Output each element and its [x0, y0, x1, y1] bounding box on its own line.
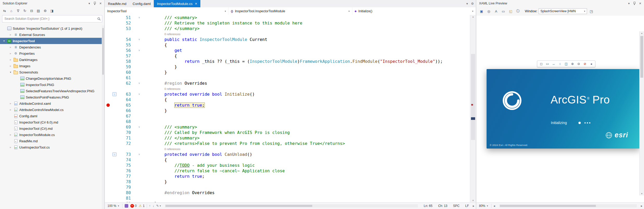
warnings-icon[interactable]: ⚠ — [139, 204, 142, 208]
fold-collapse-icon[interactable]: ∨ — [137, 48, 142, 53]
close-tab-icon[interactable]: ✕ — [195, 2, 197, 5]
code-line[interactable]: 72 /// <returns>False to prevent Pro fro… — [105, 141, 470, 146]
document-tab[interactable]: ReadMe.md — [105, 0, 130, 7]
expander-icon[interactable]: ▹ — [8, 102, 13, 105]
code-line[interactable]: 74 { — [105, 157, 470, 163]
preview-zoom-control[interactable]: 80% ▾ — [478, 204, 489, 208]
code-line[interactable]: 59 } — [105, 64, 470, 70]
code-line[interactable]: 53 /// </summary> — [105, 26, 470, 31]
tree-item[interactable]: ▹</>AttributeControl.xaml — [0, 100, 102, 107]
code-line[interactable]: 55 { — [105, 42, 470, 48]
codelens-row[interactable]: 0 references — [105, 146, 470, 152]
scrollbar-thumb[interactable] — [471, 54, 475, 140]
codelens-row[interactable]: 0 references — [105, 86, 470, 91]
code-line[interactable]: 64 { — [105, 97, 470, 102]
search-input[interactable] — [2, 17, 96, 21]
code-line[interactable]: 52 /// Retrieve the singleton instance t… — [105, 20, 470, 26]
encoding-indicator[interactable]: SPC — [453, 204, 460, 208]
tree-item[interactable]: SelectedFeaturesTreeViewAndInspector.PNG — [0, 88, 102, 94]
navigation-dropdown[interactable]: {}InspectorTool.InspectorToolModule▾ — [228, 7, 352, 15]
code-line[interactable]: 67 — [105, 113, 470, 119]
fold-collapse-icon[interactable]: ∨ — [137, 37, 142, 42]
eol-indicator[interactable]: LF — [465, 204, 469, 208]
code-line[interactable]: 60 } — [105, 70, 470, 75]
horizontal-scrollbar[interactable] — [165, 204, 418, 207]
panel-menu-icon[interactable]: ▾ — [88, 2, 90, 5]
expander-icon[interactable]: ▹ — [8, 52, 13, 55]
preview-vertical-scrollbar[interactable]: ▴ ▾ — [639, 31, 644, 195]
live-preview-toggle-icon[interactable]: ▣ — [479, 8, 484, 14]
tree-item[interactable]: ▹DarkImages — [0, 57, 102, 63]
tree-item[interactable]: ▹≣Dependencies — [0, 44, 102, 50]
expander-icon[interactable]: ▹ — [8, 146, 13, 149]
collapse-toolbar-icon[interactable]: ◂ — [588, 61, 594, 66]
switch-views-icon[interactable]: ⇆ — [2, 8, 8, 14]
zoom-control[interactable]: 100 % ▾ — [106, 204, 120, 208]
xaml-source-icon[interactable]: ◳ — [588, 8, 594, 14]
ruler-icon[interactable]: ▭ — [500, 8, 506, 14]
filter-icon[interactable]: ∇ — [15, 8, 21, 14]
breakpoint-gutter[interactable] — [105, 103, 111, 107]
window-selector[interactable]: SplashScreenView [HWN ▾ — [539, 8, 587, 14]
code-line[interactable]: 51∨ /// <summary> — [105, 15, 470, 20]
warning-count[interactable]: 1 — [143, 204, 145, 208]
code-line[interactable]: 65 return true; — [105, 102, 470, 108]
tree-item[interactable]: ≡InspectorTool (C#).md — [0, 125, 102, 132]
scroll-up-icon[interactable]: ▴ — [470, 15, 476, 18]
expander-icon[interactable]: ▹ — [8, 33, 13, 36]
document-tab[interactable]: InspectorToolModule.cs✕ — [154, 0, 200, 7]
fold-collapse-icon[interactable]: ∨ — [137, 91, 142, 97]
expander-icon[interactable]: ▹ — [8, 133, 13, 136]
errors-icon[interactable]: ✕ — [130, 204, 134, 208]
search-box[interactable] — [2, 15, 102, 22]
preview-selected-items-icon[interactable]: ◨ — [49, 8, 55, 14]
code-line[interactable]: 62∨ #region Overrides — [105, 81, 470, 86]
height-adorner-icon[interactable]: ↕ — [557, 61, 563, 66]
documents-dropdown-icon[interactable]: ▾ — [466, 2, 468, 5]
tree-item[interactable]: SelectionPointFeatures.PNG — [0, 94, 102, 100]
next-change-icon[interactable]: ↓ — [153, 204, 154, 208]
tree-item[interactable]: ▾C#InspectorTool — [0, 38, 102, 44]
code-line[interactable]: 75 //TODO - add your business logic — [105, 163, 470, 168]
tree-scrollbar[interactable] — [102, 25, 104, 209]
code-line[interactable]: 81 — [105, 195, 470, 201]
info-icon[interactable]: ⓘ — [515, 8, 521, 14]
zoom-in-icon[interactable]: ⊕ — [570, 61, 575, 66]
scroll-down-icon[interactable]: ▾ — [640, 192, 644, 195]
home-icon[interactable]: ⌂ — [8, 8, 14, 14]
code-line[interactable]: ↑73∨ protected override bool CanUnload() — [105, 152, 470, 157]
code-line[interactable]: 57 { — [105, 53, 470, 59]
codelens-row[interactable]: 0 references — [105, 31, 470, 37]
pin-icon[interactable] — [633, 2, 636, 5]
error-count[interactable]: 0 — [135, 204, 137, 208]
expander-icon[interactable]: ▹ — [8, 65, 13, 67]
fold-collapse-icon[interactable]: ∨ — [137, 152, 142, 157]
show-bounds-icon[interactable]: ◻ — [538, 61, 544, 66]
code-line[interactable]: 77 return true; — [105, 174, 470, 179]
code-line[interactable]: ↑63∨ protected override bool Initialize(… — [105, 91, 470, 97]
expander-icon[interactable]: ▹ — [8, 46, 13, 48]
tree-item[interactable]: ▹⚙Properties — [0, 50, 102, 57]
tree-item[interactable]: ChangeDescriptionValue.PNG — [0, 75, 102, 82]
navigation-dropdown[interactable]: ◆Initialize()▾ — [352, 7, 476, 15]
scrollbar-thumb[interactable] — [640, 36, 643, 78]
stop-preview-icon[interactable]: ⊘ — [582, 61, 588, 66]
column-indicator[interactable]: Ch: 13 — [438, 204, 447, 208]
layout-adorners-icon[interactable]: ◫ — [563, 61, 569, 66]
close-panel-icon[interactable]: ✕ — [99, 2, 102, 5]
expander-icon[interactable]: ▹ — [8, 108, 13, 111]
codelens-references[interactable]: 0 references — [164, 33, 180, 36]
code-line[interactable]: 71 /// </summary> — [105, 135, 470, 141]
scroll-right-icon[interactable]: ▸ — [473, 204, 474, 208]
tree-item[interactable]: ≡ReadMe.md — [0, 138, 102, 144]
overridden-member-icon[interactable]: ↑ — [112, 92, 117, 96]
tree-item[interactable]: ▹C#AttributeControlViewModel.cs — [0, 107, 102, 113]
select-element-icon[interactable]: ◎ — [486, 8, 492, 14]
code-line[interactable]: 68 — [105, 119, 470, 124]
tree-item[interactable]: ▹C#UseInspectorTool.cs — [0, 144, 102, 150]
zoom-out-icon[interactable]: ⊖ — [576, 61, 582, 66]
scrollbar-thumb[interactable] — [165, 205, 312, 207]
breakpoint-indicator[interactable] — [106, 103, 110, 107]
code-line[interactable]: 54∨ public static InspectorToolModule Cu… — [105, 37, 470, 42]
collapse-all-icon[interactable]: ⊟ — [29, 8, 35, 14]
